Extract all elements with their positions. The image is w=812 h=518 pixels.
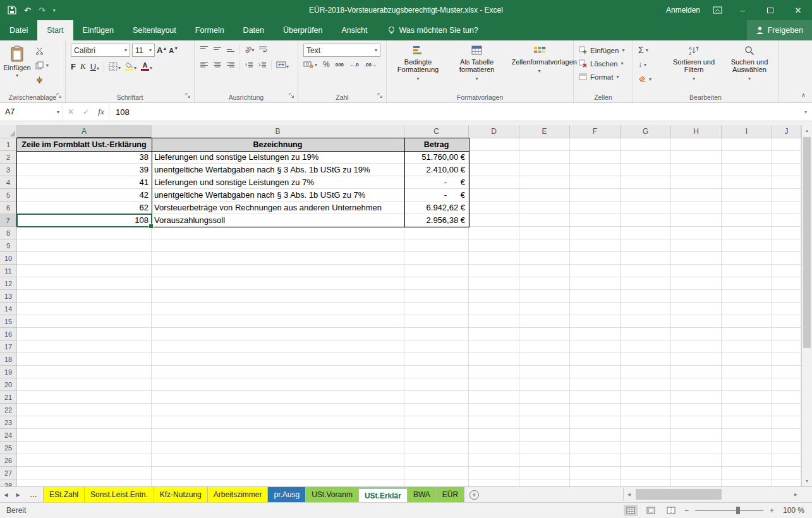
- cell-h17[interactable]: [671, 340, 722, 353]
- cell-d13[interactable]: [469, 290, 519, 303]
- cell-h7[interactable]: [671, 214, 722, 227]
- name-box[interactable]: A7 ▾: [0, 103, 63, 121]
- row-header-13[interactable]: 13: [0, 290, 17, 303]
- cell-i10[interactable]: [722, 252, 772, 265]
- format-cells-button[interactable]: Format ▾: [574, 70, 633, 83]
- cell-g2[interactable]: [621, 151, 671, 164]
- row-header-16[interactable]: 16: [0, 328, 17, 340]
- cell-j23[interactable]: [772, 416, 801, 429]
- cell-j21[interactable]: [772, 391, 801, 404]
- cell-a1[interactable]: Zeile im Formblatt Ust.-Erklärung: [17, 138, 152, 151]
- cell-b24[interactable]: [152, 429, 404, 442]
- cell-a10[interactable]: [17, 252, 152, 265]
- column-header-g[interactable]: G: [621, 125, 671, 138]
- ribbon-tab-start[interactable]: Start: [37, 20, 73, 40]
- wrap-text-button[interactable]: [258, 45, 267, 54]
- cell-j12[interactable]: [772, 277, 801, 290]
- cell-f17[interactable]: [570, 340, 621, 353]
- bold-button[interactable]: F: [71, 62, 76, 71]
- font-color-button[interactable]: A▾: [141, 62, 152, 71]
- cell-b22[interactable]: [152, 404, 404, 416]
- cell-c22[interactable]: [404, 404, 469, 416]
- column-header-e[interactable]: E: [519, 125, 570, 138]
- cell-c28[interactable]: [404, 479, 469, 486]
- undo-button[interactable]: ↶: [24, 6, 31, 15]
- cell-i21[interactable]: [722, 391, 772, 404]
- copy-button[interactable]: ▾: [35, 60, 61, 70]
- cell-a22[interactable]: [17, 404, 152, 416]
- cell-d18[interactable]: [469, 353, 519, 366]
- cell-a15[interactable]: [17, 315, 152, 328]
- cell-c8[interactable]: [404, 227, 469, 239]
- cell-h21[interactable]: [671, 391, 722, 404]
- cell-a24[interactable]: [17, 429, 152, 442]
- cell-h5[interactable]: [671, 189, 722, 202]
- cell-f26[interactable]: [570, 454, 621, 467]
- cell-g26[interactable]: [621, 454, 671, 467]
- cell-c18[interactable]: [404, 353, 469, 366]
- align-middle-button[interactable]: [213, 45, 222, 54]
- row-header-8[interactable]: 8: [0, 227, 17, 239]
- cell-h22[interactable]: [671, 404, 722, 416]
- find-select-button[interactable]: Suchen und Auswählen ▾: [722, 43, 777, 93]
- cell-b8[interactable]: [152, 227, 404, 239]
- cell-a11[interactable]: [17, 265, 152, 277]
- cell-g20[interactable]: [621, 378, 671, 391]
- cell-c16[interactable]: [404, 328, 469, 340]
- sheet-tab-pr-ausg[interactable]: pr.Ausg: [268, 487, 306, 502]
- cell-a13[interactable]: [17, 290, 152, 303]
- row-header-27[interactable]: 27: [0, 467, 17, 479]
- cell-d22[interactable]: [469, 404, 519, 416]
- cell-j18[interactable]: [772, 353, 801, 366]
- cell-i2[interactable]: [722, 151, 772, 164]
- cell-i22[interactable]: [722, 404, 772, 416]
- cell-e18[interactable]: [519, 353, 570, 366]
- column-header-c[interactable]: C: [404, 125, 469, 138]
- vertical-scroll-thumb[interactable]: [803, 137, 811, 348]
- cell-j4[interactable]: [772, 176, 801, 189]
- cell-j8[interactable]: [772, 227, 801, 239]
- cell-i20[interactable]: [722, 378, 772, 391]
- cell-i13[interactable]: [722, 290, 772, 303]
- cell-d15[interactable]: [469, 315, 519, 328]
- align-right-button[interactable]: [226, 61, 235, 69]
- cell-f11[interactable]: [570, 265, 621, 277]
- row-header-7[interactable]: 7: [0, 214, 17, 227]
- ribbon-tab-ansicht[interactable]: Ansicht: [332, 20, 377, 40]
- ribbon-tab-seitenlayout[interactable]: Seitenlayout: [123, 20, 186, 40]
- cell-g23[interactable]: [621, 416, 671, 429]
- cell-i25[interactable]: [722, 442, 772, 454]
- cell-h14[interactable]: [671, 303, 722, 315]
- cell-f10[interactable]: [570, 252, 621, 265]
- row-header-21[interactable]: 21: [0, 391, 17, 404]
- fill-color-button[interactable]: ▾: [125, 62, 136, 71]
- share-button[interactable]: Freigeben: [747, 20, 812, 40]
- ribbon-display-options-button[interactable]: [713, 6, 722, 14]
- cell-f24[interactable]: [570, 429, 621, 442]
- cell-b7[interactable]: Vorauszahlungssoll: [152, 214, 404, 227]
- cell-i9[interactable]: [722, 239, 772, 252]
- decrease-font-button[interactable]: A▼: [169, 46, 178, 54]
- cell-e27[interactable]: [519, 467, 570, 479]
- cell-e26[interactable]: [519, 454, 570, 467]
- cell-h6[interactable]: [671, 202, 722, 214]
- align-center-button[interactable]: [213, 61, 222, 69]
- cell-d24[interactable]: [469, 429, 519, 442]
- cell-d4[interactable]: [469, 176, 519, 189]
- cell-i4[interactable]: [722, 176, 772, 189]
- orientation-button[interactable]: ab▾: [245, 45, 254, 53]
- cell-j10[interactable]: [772, 252, 801, 265]
- cell-h15[interactable]: [671, 315, 722, 328]
- cell-h4[interactable]: [671, 176, 722, 189]
- italic-button[interactable]: K: [80, 61, 86, 71]
- cell-c10[interactable]: [404, 252, 469, 265]
- cell-a21[interactable]: [17, 391, 152, 404]
- cell-e28[interactable]: [519, 479, 570, 486]
- cell-f27[interactable]: [570, 467, 621, 479]
- scroll-up-button[interactable]: ▲: [802, 125, 812, 136]
- cell-h2[interactable]: [671, 151, 722, 164]
- format-as-table-button[interactable]: Als Tabelle formatieren ▾: [448, 43, 506, 93]
- font-name-combo[interactable]: Calibri▾: [71, 44, 130, 57]
- cell-h12[interactable]: [671, 277, 722, 290]
- row-header-18[interactable]: 18: [0, 353, 17, 366]
